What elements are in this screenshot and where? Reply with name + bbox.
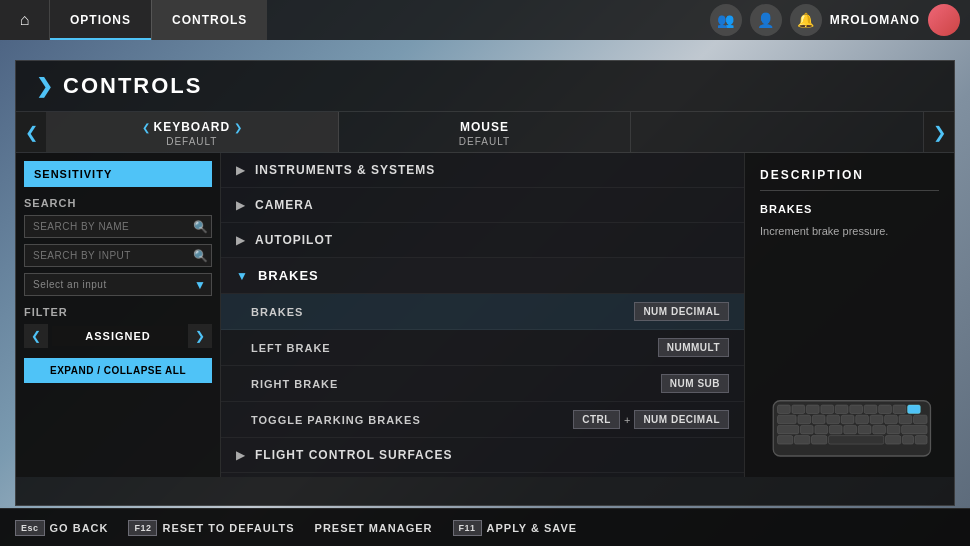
reset-defaults-action[interactable]: F12 RESET TO DEFAULTS [128, 520, 294, 536]
main-content: ❯ CONTROLS ❮ ❮ KEYBOARD ❯ DEFAULT MOUSE [0, 40, 970, 546]
home-button[interactable]: ⌂ [0, 0, 50, 40]
svg-rect-8 [879, 405, 892, 414]
go-back-label: GO BACK [50, 522, 109, 534]
home-icon: ⌂ [20, 11, 30, 29]
tab-keyboard[interactable]: ❮ KEYBOARD ❯ DEFAULT [46, 112, 339, 152]
svg-rect-33 [829, 436, 884, 445]
binding-toggle-parking-keys: CTRL + NUM DECIMAL [573, 410, 729, 429]
key-num-decimal-2: NUM DECIMAL [634, 410, 729, 429]
filter-nav: ❮ ASSIGNED ❯ [24, 324, 212, 348]
binding-right-brake[interactable]: RIGHT BRAKE NUM SUB [221, 366, 744, 402]
profile-symbol: 👤 [757, 12, 774, 28]
controls-panel: ❯ CONTROLS ❮ ❮ KEYBOARD ❯ DEFAULT MOUSE [15, 60, 955, 506]
key-num-sub: NUM SUB [661, 374, 729, 393]
svg-rect-5 [835, 405, 848, 414]
binding-toggle-parking-label: TOGGLE PARKING BRAKES [251, 414, 573, 426]
tab-keyboard-default: DEFAULT [166, 136, 217, 147]
go-back-action[interactable]: Esc GO BACK [15, 520, 108, 536]
svg-rect-14 [827, 415, 840, 424]
category-instruments[interactable]: ▶ INSTRUMENTS & SYSTEMS [221, 153, 744, 188]
svg-rect-28 [887, 425, 900, 434]
binding-brakes-keys: NUM DECIMAL [634, 302, 729, 321]
brakes-label: BRAKES [258, 268, 319, 283]
svg-rect-32 [812, 436, 827, 445]
category-landing-gear[interactable]: ▶ LANDING GEAR [221, 473, 744, 477]
community-symbol: 👥 [717, 12, 734, 28]
svg-rect-7 [864, 405, 877, 414]
select-input-dropdown[interactable]: Select an input [24, 273, 212, 296]
profile-icon[interactable]: 👤 [750, 4, 782, 36]
controls-tab-label: CONTROLS [172, 13, 247, 27]
flight-control-arrow-icon: ▶ [236, 448, 245, 462]
keyboard-image [769, 382, 939, 462]
description-title: DESCRIPTION [760, 168, 939, 191]
tab-extra[interactable] [631, 112, 924, 152]
left-sidebar: SENSITIVITY SEARCH 🔍 🔍 Select an input ▼… [16, 153, 221, 477]
tab-prev-button[interactable]: ❮ [16, 112, 46, 152]
filter-prev-button[interactable]: ❮ [24, 324, 48, 348]
svg-rect-10 [908, 405, 921, 414]
apply-save-action[interactable]: F11 APPLY & SAVE [453, 520, 578, 536]
key-num-decimal: NUM DECIMAL [634, 302, 729, 321]
camera-arrow-icon: ▶ [236, 198, 245, 212]
svg-rect-27 [873, 425, 886, 434]
key-ctrl: CTRL [573, 410, 620, 429]
options-label: OPTIONS [70, 13, 131, 27]
section-brakes-header[interactable]: ▼ BRAKES [221, 258, 744, 294]
body-layout: SENSITIVITY SEARCH 🔍 🔍 Select an input ▼… [16, 153, 954, 477]
svg-rect-29 [902, 425, 928, 434]
options-tab[interactable]: OPTIONS [50, 0, 152, 40]
svg-rect-31 [795, 436, 810, 445]
community-icon[interactable]: 👥 [710, 4, 742, 36]
svg-rect-15 [841, 415, 854, 424]
filter-next-button[interactable]: ❯ [188, 324, 212, 348]
svg-rect-4 [821, 405, 834, 414]
notification-icon[interactable]: 🔔 [790, 4, 822, 36]
svg-rect-1 [778, 405, 791, 414]
expand-collapse-button[interactable]: EXPAND / COLLAPSE ALL [24, 358, 212, 383]
tab-mouse-inner: MOUSE [460, 120, 509, 134]
go-back-key: Esc [15, 520, 45, 536]
reset-label: RESET TO DEFAULTS [162, 522, 294, 534]
tab-keyboard-left-arr: ❮ [142, 122, 150, 133]
svg-rect-3 [806, 405, 819, 414]
svg-rect-34 [885, 436, 900, 445]
tabs-container: ❮ KEYBOARD ❯ DEFAULT MOUSE DEFAULT [46, 112, 924, 152]
binding-brakes[interactable]: BRAKES NUM DECIMAL [221, 294, 744, 330]
controls-arrow-icon: ❯ [36, 74, 53, 98]
avatar[interactable] [928, 4, 960, 36]
svg-rect-18 [885, 415, 898, 424]
sensitivity-button[interactable]: SENSITIVITY [24, 161, 212, 187]
binding-right-brake-label: RIGHT BRAKE [251, 378, 661, 390]
binding-left-brake-keys: NUMMULT [658, 338, 729, 357]
preset-manager-action[interactable]: PRESET MANAGER [315, 522, 433, 534]
svg-rect-21 [778, 425, 799, 434]
reset-key: F12 [128, 520, 157, 536]
binding-toggle-parking[interactable]: TOGGLE PARKING BRAKES CTRL + NUM DECIMAL [221, 402, 744, 438]
category-camera[interactable]: ▶ CAMERA [221, 188, 744, 223]
search-by-name-input[interactable] [24, 215, 212, 238]
description-item-name: BRAKES [760, 203, 939, 215]
search-input-icon[interactable]: 🔍 [193, 249, 208, 263]
search-label: SEARCH [24, 197, 212, 209]
category-autopilot[interactable]: ▶ AUTOPILOT [221, 223, 744, 258]
keyboard-visual-area [760, 382, 939, 462]
autopilot-label: AUTOPILOT [255, 233, 333, 247]
search-by-input-input[interactable] [24, 244, 212, 267]
filter-label: FILTER [24, 306, 212, 318]
instruments-label: INSTRUMENTS & SYSTEMS [255, 163, 435, 177]
controls-tab[interactable]: CONTROLS [152, 0, 267, 40]
svg-rect-22 [800, 425, 813, 434]
tab-mouse[interactable]: MOUSE DEFAULT [339, 112, 632, 152]
controls-header: ❯ CONTROLS [16, 61, 954, 112]
center-content: ▶ INSTRUMENTS & SYSTEMS ▶ CAMERA ▶ AUTOP… [221, 153, 744, 477]
top-bar: ⌂ OPTIONS CONTROLS 👥 👤 🔔 MROLOMANO [0, 0, 970, 40]
svg-rect-24 [829, 425, 842, 434]
svg-rect-9 [893, 405, 906, 414]
autopilot-arrow-icon: ▶ [236, 233, 245, 247]
binding-left-brake[interactable]: LEFT BRAKE NUMMULT [221, 330, 744, 366]
search-name-icon[interactable]: 🔍 [193, 220, 208, 234]
apply-save-label: APPLY & SAVE [487, 522, 578, 534]
tab-next-button[interactable]: ❯ [924, 112, 954, 152]
category-flight-control[interactable]: ▶ FLIGHT CONTROL SURFACES [221, 438, 744, 473]
